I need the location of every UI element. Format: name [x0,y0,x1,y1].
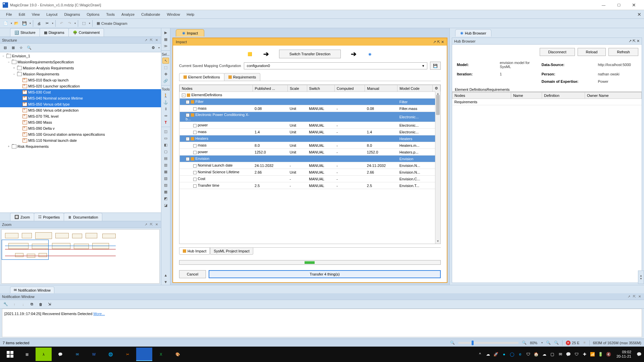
app-excel[interactable]: X [153,348,169,361]
tree-node[interactable]: MIS-070 TRL level [0,113,161,119]
tab-impact[interactable]: ◉ Impact [176,29,204,37]
cancel-button[interactable]: Cancel [179,270,206,278]
column-header[interactable]: Definition [542,93,585,99]
misc-tool-2[interactable]: ▭ [162,135,169,141]
menu-view[interactable]: View [29,11,43,18]
disconnect-button[interactable]: Disconnect [540,48,575,56]
misc-tool-11[interactable]: ◩ [162,195,169,201]
pin-icon[interactable]: ⇱ [632,294,637,299]
notification-more-link[interactable]: More... [93,312,105,316]
person-tool[interactable]: 🚶 [162,93,169,99]
app-outlook[interactable]: ✉ [69,348,85,361]
tray-circle-icon[interactable]: ◯ [509,351,515,357]
palette-down-icon[interactable]: ▼ [162,279,169,285]
app-lambda[interactable]: λ [36,348,52,361]
tree-node[interactable]: MIS-010 Back-up launch [0,77,161,83]
zoom-in-icon[interactable]: 🔍 [546,341,551,345]
impact-scrollbar[interactable]: ▲ ▼ [435,92,440,244]
tree-node[interactable]: MIS-020 Launcher specification [0,83,161,89]
gear-button[interactable]: ⚙ [150,44,157,52]
tray-shield-icon[interactable]: 🛡 [525,351,531,357]
refresh-button[interactable]: Refresh [608,48,638,56]
palette-expand-icon[interactable]: ≫ [162,43,169,49]
grid-group-row[interactable]: −Electronic Power Conditioning X-b...Ele… [180,112,440,122]
tab-requirements[interactable]: Requirements [224,73,260,81]
undock-icon[interactable]: ↗ [629,39,632,43]
clear-icon[interactable]: 🗑 [37,301,44,308]
marquee-tool[interactable]: ⬚ [162,64,169,70]
tray-cloud-icon[interactable]: ☁ [485,351,491,357]
tree-root[interactable]: −Envision_1 [0,53,161,59]
tab-element-definitions[interactable]: Element Definitions [179,73,224,81]
pin-icon[interactable]: ⇱ [437,40,440,44]
grid-group-row[interactable]: −FilterFilter [180,99,440,105]
anchor-tool[interactable]: ⚓ [162,99,169,105]
search-button[interactable]: 🔍 [25,44,33,52]
scroll-thumb[interactable] [436,95,440,115]
grid-row[interactable]: Nominal Launch date24-11-2032-MANUAL-24-… [180,162,440,169]
tab-hub-browser[interactable]: ◉ Hub Browser [455,29,491,37]
pin-icon[interactable]: ⇱ [149,38,154,43]
copy-icon[interactable]: ⧉ [28,301,36,308]
tree-node[interactable]: MIS-110 Nominal launch date [0,137,161,143]
zoom-handle[interactable] [472,341,474,345]
close-panel-icon[interactable]: ✕ [441,40,444,44]
misc-tool-5[interactable]: ▤ [162,155,169,161]
app-teams[interactable]: 💬 [52,348,68,361]
zoom-out-icon[interactable]: 🔍 [450,341,455,345]
grid-row[interactable]: Nominal Science Lifetime2.66UnitMANUAL-2… [180,169,440,176]
close-button[interactable]: ✕ [626,0,641,10]
grid-group-row[interactable]: −EnvisionEnvision [180,156,440,162]
tab-properties[interactable]: ☷Properties [34,213,64,221]
side-collapse-button[interactable]: ▲▼ [638,270,644,284]
hub-row[interactable]: Requirements [452,99,642,105]
cut-button[interactable]: ✂ [43,20,51,27]
palette-right-icon[interactable]: ▶ [162,29,169,36]
menu-layout[interactable]: Layout [43,11,61,18]
tree-node[interactable]: +Risk Requirements [0,143,161,149]
tree-node[interactable]: −Mission Requirements [0,71,161,77]
grid-row[interactable]: mass8.0UnitMANUAL-8.0Heaters.m... [180,142,440,149]
tray-health-icon[interactable]: ✚ [582,351,588,357]
grid-row[interactable]: Cost-MANUAL-Envision.C... [180,176,440,182]
misc-tool-10[interactable]: ▩ [162,189,169,195]
minimize-button[interactable]: — [596,0,611,10]
misc-tool-3[interactable]: ◧ [162,142,169,148]
export-icon[interactable]: ⇲ [46,301,53,308]
misc-tool-7[interactable]: ▦ [162,169,169,175]
close-panel-icon[interactable]: ✕ [637,39,640,43]
tab-zoom[interactable]: 🔲Zoom [10,213,34,221]
undock-icon[interactable]: ↗ [433,40,436,44]
save-button[interactable]: 💾 [21,20,28,27]
wrench-icon[interactable]: 🔧 [2,301,9,308]
fav-button[interactable]: ☆ [17,44,25,52]
undock-icon[interactable]: ↗ [144,38,148,43]
column-header[interactable]: Manual [365,85,397,92]
app-paint[interactable]: 🎨 [170,348,186,361]
column-header[interactable]: Computed [334,85,365,92]
app-snip[interactable]: ✂ [119,348,136,361]
zoom-fit-icon[interactable]: 🔍 [522,341,527,345]
close-panel-icon[interactable]: ✕ [637,294,642,299]
zoom-slider[interactable] [458,342,519,344]
tab-notification[interactable]: ✉Notification Window [10,287,54,293]
hub-grid[interactable]: NodesNameDefinitionOwner Name Requiremen… [452,92,642,283]
menu-window[interactable]: Window [163,11,183,18]
menu-help[interactable]: Help [183,11,198,18]
taskbar-clock[interactable]: 09:02 20-11-21 [614,350,634,359]
tray-onedrive-icon[interactable]: ☁ [541,351,547,357]
zoom-thumbnail[interactable] [1,229,160,284]
tree-node[interactable]: MIS-030 Cost [0,89,161,95]
print-button[interactable]: 🖨 [35,20,43,27]
palette-up-icon[interactable]: ▲ [162,272,169,278]
tab-diagrams[interactable]: ▦Diagrams [40,28,69,37]
tree-node[interactable]: −MissionRequirementsSpecification [0,59,161,65]
maximize-button[interactable]: ▢ [611,0,626,10]
error-badge[interactable]: ✕25 E [566,341,580,345]
tray-chat-icon[interactable]: 💬 [566,351,572,357]
menu-diagrams[interactable]: Diagrams [61,11,83,18]
tree-node[interactable]: MIS-090 Delta v [0,125,161,131]
tray-home-icon[interactable]: 🏠 [533,351,539,357]
new-button[interactable]: 📄 [2,20,9,27]
tab-structure[interactable]: 🔠Structure [10,28,40,37]
